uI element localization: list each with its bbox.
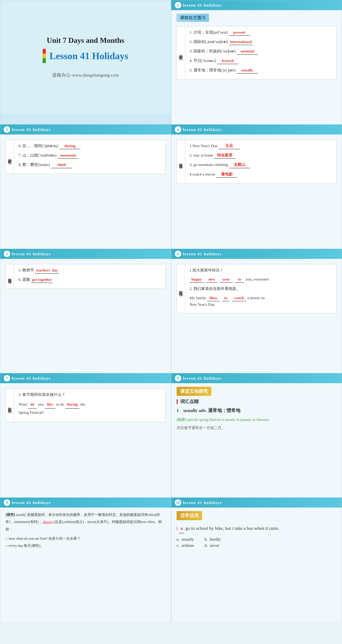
word-item-2: 2. 国际的[ˌɪntəˈnæʃnəl] international [190, 38, 332, 45]
section-label-4: 短语互译 [177, 140, 185, 183]
lesson-word: Lesson 41 Holidays [50, 51, 128, 61]
section-items-2: 1. 介绍；呈现[prɪˈzent] present 2. 国际的[ˌɪntəˈ… [185, 26, 336, 79]
choices-grid: a. usually b. hardly c. seldom d. never [176, 537, 337, 548]
answer-stayathome: 待在家里 [214, 152, 236, 159]
observe-en-text: and the spring festival is usually in ja… [188, 418, 270, 422]
cell-3-content: 单词阅关 6. 在……期间[ˈdjʊərɪŋ] during 7. 山；山脉[ˈ… [0, 134, 171, 249]
cell-7-number: 7 [4, 375, 10, 382]
cell-4-number: 4 [175, 126, 181, 133]
word-item-7: 7. 山；山脉[ˈmaʊntən] mountain [18, 152, 161, 159]
blank-during: during [65, 400, 80, 408]
answer-festival: festival [217, 58, 238, 64]
cell-2-header: 2 lesson 41 holidays [171, 0, 342, 10]
blank-happy: happy [190, 276, 204, 283]
blank-to: to [235, 276, 244, 283]
phrase-item-3: 3. go mountain climbing 去爬山 [190, 162, 332, 168]
blank-like: like [44, 400, 55, 408]
answer-newyear: 元旦 [218, 143, 240, 149]
cell-10-number: 10 [175, 500, 181, 506]
word-item-4: 4. 节日[ˈfestəvl] festival [190, 58, 332, 64]
blank-year: year [220, 276, 232, 283]
observe-row: [观察] and the spring festival is usually … [176, 416, 337, 423]
cell1-content: Unit 7 Days and Months Lesson 41 Holiday… [0, 0, 171, 114]
word-item-8: 8. 爬；攀登[klaɪm] climb [18, 162, 161, 168]
section-box-5: 短语互译 5. 教师节 teachers' day 6. 团聚 get toge… [6, 264, 166, 289]
answer-climb: climb [51, 162, 72, 168]
cell-8: 8 lesson 41 holidays 课堂互动探究 词汇点睛 1 usual… [171, 373, 342, 498]
blank-a: a [179, 524, 184, 533]
cell-3: 3 lesson 41 holidays 单词阅关 6. 在……期间[ˈdjʊə… [0, 124, 171, 249]
cihui-label: 词汇点睛 [180, 399, 199, 404]
cell-8-number: 8 [175, 375, 181, 382]
cell-5: 5 lesson 41 holidays 短语互译 5. 教师节 teacher… [0, 249, 171, 373]
example2: —every day.每天(都吃)。 [6, 542, 166, 549]
choice-d: d. never [204, 543, 219, 548]
cell-9-header: 9 lesson 41 holidays [0, 498, 171, 508]
cell-9-title: lesson 41 holidays [12, 500, 51, 505]
section-box-3: 单词阅关 6. 在……期间[ˈdjʊərɪŋ] during 7. 山；山脉[ˈ… [6, 140, 166, 174]
cell-7: 7 lesson 41 holidays 句型在线 3. 春节期间你喜欢做什么？… [0, 373, 171, 498]
cell-3-number: 3 [4, 126, 10, 133]
cell-6: 6 lesson 41 holidays 句型在线 1.祝大家新年快乐！ hap… [171, 249, 342, 373]
cell-2: 2 lesson 41 holidays 课前自主预习 单词阅关 1. 介绍；呈… [171, 0, 342, 124]
cell-4: 4 lesson 41 holidays 短语互译 1.New Year's D… [171, 124, 342, 249]
answer-watchmovie: 看电影 [216, 171, 238, 178]
cell-10: 10 lesson 41 holidays 活学活用 i a go to sch… [171, 498, 342, 622]
exercise-i: i [176, 526, 179, 531]
phrase-item-2: 2. stay at home 待在家里 [190, 152, 332, 159]
choice-b: b. hardly [204, 537, 221, 542]
section-box-2: 单词阅关 1. 介绍；呈现[prɪˈzent] present 2. 国际的[ˌ… [176, 26, 337, 79]
cell-10-content: 活学活用 i a go to school by bike, but i tak… [171, 508, 342, 622]
cell-6-content: 句型在线 1.祝大家新年快乐！ happy new year to you, e… [171, 259, 342, 373]
choice-row-2: c. seldom d. never [176, 543, 337, 548]
section-box-7: 句型在线 3. 春节期间你喜欢做什么？ What do you like to … [6, 388, 166, 422]
answer-mountain: mountain [58, 152, 79, 159]
explore-para: [探究] usually 是频度副词，表示动作发生的频率，多用于一般现在时态。其… [6, 511, 166, 532]
cell-2-content: 课前自主预习 单词阅关 1. 介绍；呈现[prɪˈzent] present 2… [171, 10, 342, 124]
cell-6-header: 6 lesson 41 holidays [171, 249, 342, 259]
section-items-7: 3. 春节期间你喜欢做什么？ What do you like to do du… [14, 389, 166, 422]
answer-usually: usually [237, 67, 258, 74]
cell-5-header: 5 lesson 41 holidays [0, 249, 171, 259]
unit-title: Unit 7 Days and Months [47, 36, 124, 44]
cell-5-number: 5 [4, 251, 10, 257]
answer-national: national [237, 48, 258, 54]
choice-row-1: a. usually b. hardly [176, 537, 337, 542]
cell-5-content: 短语互译 5. 教师节 teachers' day 6. 团聚 get toge… [0, 259, 171, 373]
cell-7-title: lesson 41 holidays [12, 376, 51, 381]
answer-teachersday: teachers' day [35, 267, 59, 274]
lesson-title: Lesson 41 Holidays [50, 50, 128, 62]
page-grid: Unit 7 Days and Months Lesson 41 Holiday… [0, 0, 342, 622]
blank-to2: to [222, 295, 229, 301]
answer-during: during [59, 143, 80, 149]
always-highlight: always [43, 520, 53, 524]
choice-c: c. seldom [176, 543, 194, 548]
section-label-5: 短语互译 [6, 264, 14, 288]
sentence-3: What do you like to do during the Spring… [18, 400, 161, 416]
answer-mountain-climbing: 去爬山 [229, 162, 250, 168]
cell-6-number: 6 [175, 251, 181, 257]
cell-5-title: lesson 41 holidays [12, 252, 51, 256]
title-row: Lesson 41 Holidays [43, 49, 128, 63]
cell-9-content: [探究] usually 是频度副词，表示动作发生的频率，多用于一般现在时态。其… [0, 508, 171, 622]
red-bar-icon [176, 399, 178, 404]
sentence-intro-2: 2. 我们家喜欢在新年看电影。 [190, 286, 332, 292]
cell-8-header: 8 lesson 41 holidays [171, 373, 342, 383]
section-box-4: 短语互译 1.New Year's Day 元旦 2. stay at home… [176, 140, 337, 183]
huoxue-banner: 活学活用 [176, 511, 202, 520]
cell-9-number: 9 [4, 500, 10, 506]
exercise-rest: go to school by bike, but i take a bus w… [186, 526, 280, 531]
choice-a: a. usually [176, 537, 194, 542]
phrase-item-5: 5. 教师节 teachers' day [18, 267, 161, 274]
answer-gettogether: get together [31, 276, 53, 283]
cell-10-header: 10 lesson 41 holidays [171, 498, 342, 508]
sentence-1: happy new year to you, everyone! [190, 276, 332, 283]
phrase-item-6: 6. 团聚 get together [18, 276, 161, 283]
word-item-5: 5. 通常地；惯常地[ˈjuːʒəli] usually [190, 67, 332, 74]
answer-international: international [229, 38, 253, 45]
sentence-intro-3: 3. 春节期间你喜欢做什么？ [18, 391, 161, 398]
cell-10-title: lesson 41 holidays [183, 500, 222, 505]
preview-banner: 课前自主预习 [176, 14, 209, 22]
sentence-intro-1: 1.祝大家新年快乐！ [190, 267, 332, 273]
observe-cn: 并且春节通常在一月或二月。 [176, 425, 337, 431]
